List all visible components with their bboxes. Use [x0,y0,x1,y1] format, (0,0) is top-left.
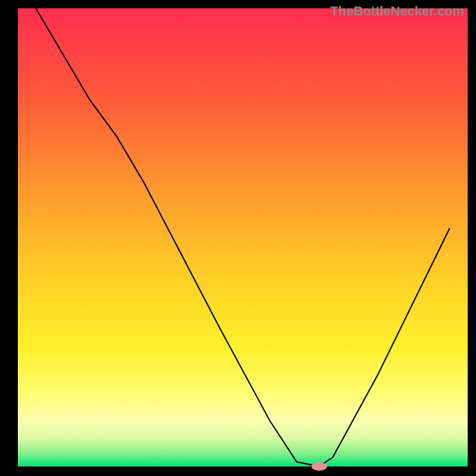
plot-area [18,8,468,466]
optimal-marker [312,462,327,471]
bottleneck-chart [0,0,476,476]
watermark-label: TheBottleNecker.com [330,4,464,19]
